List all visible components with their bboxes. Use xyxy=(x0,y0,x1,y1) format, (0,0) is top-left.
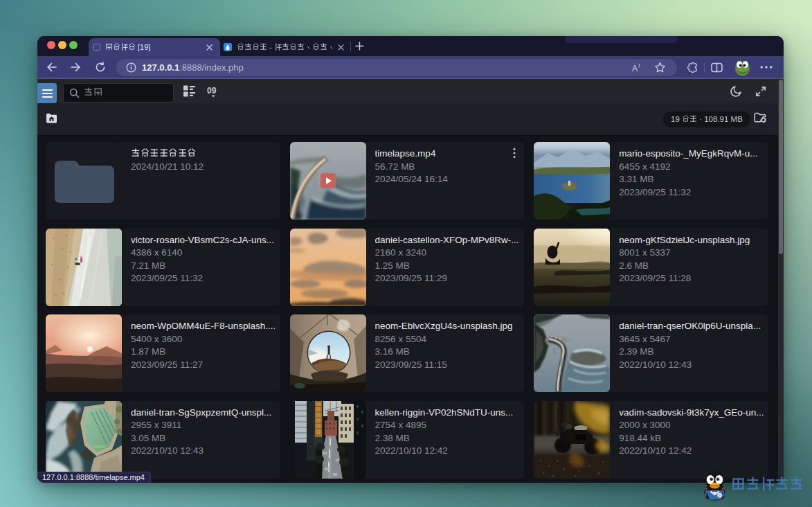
svg-text:09: 09 xyxy=(207,86,217,96)
svg-text:Q: Q xyxy=(719,494,722,499)
svg-text:A: A xyxy=(632,63,638,73)
